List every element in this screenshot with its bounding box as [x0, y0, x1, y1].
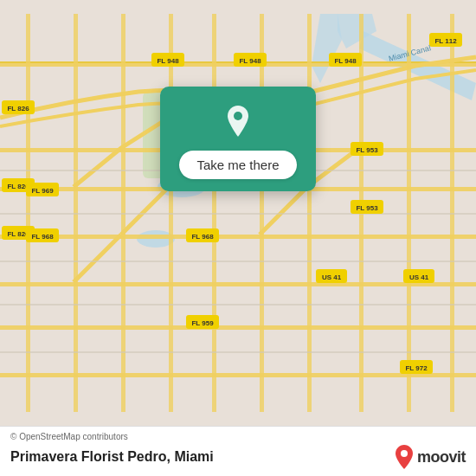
svg-text:FL 826: FL 826 — [7, 105, 29, 113]
svg-rect-11 — [0, 325, 476, 330]
app-container: FL 826 FL 826 FL 826 FL 948 FL 948 FL 94… — [0, 0, 476, 476]
location-pin-icon — [219, 102, 257, 140]
place-info-row: Primavera Florist Pedro, Miami moovit — [10, 445, 466, 469]
svg-rect-25 — [0, 261, 476, 262]
svg-text:FL 968: FL 968 — [191, 233, 214, 241]
svg-text:FL 948: FL 948 — [239, 57, 261, 65]
svg-rect-26 — [0, 304, 476, 306]
svg-text:FL 948: FL 948 — [157, 57, 179, 65]
svg-point-62 — [401, 450, 408, 457]
moovit-pin-icon — [395, 445, 414, 469]
svg-text:FL 112: FL 112 — [434, 37, 457, 45]
svg-text:FL 959: FL 959 — [191, 319, 214, 327]
svg-text:FL 953: FL 953 — [356, 204, 378, 212]
moovit-label: moovit — [417, 448, 466, 466]
map-background: FL 826 FL 826 FL 826 FL 948 FL 948 FL 94… — [0, 0, 476, 426]
svg-point-61 — [234, 112, 242, 120]
svg-text:FL 948: FL 948 — [334, 57, 357, 65]
svg-rect-24 — [0, 213, 476, 215]
svg-text:FL 953: FL 953 — [356, 146, 378, 154]
svg-rect-9 — [0, 235, 476, 239]
svg-text:US 41: US 41 — [322, 273, 342, 281]
moovit-logo: moovit — [395, 445, 466, 469]
svg-text:FL 972: FL 972 — [405, 364, 428, 372]
place-name: Primavera Florist Pedro, Miami — [10, 449, 214, 465]
bottom-info-bar: © OpenStreetMap contributors Primavera F… — [0, 426, 476, 476]
svg-text:FL 969: FL 969 — [31, 187, 54, 195]
svg-text:US 41: US 41 — [409, 273, 429, 281]
svg-text:FL 968: FL 968 — [31, 233, 54, 241]
destination-popup: Take me there — [160, 87, 316, 191]
svg-rect-27 — [0, 351, 476, 353]
take-me-there-button[interactable]: Take me there — [179, 151, 296, 179]
svg-rect-10 — [0, 282, 476, 286]
map-area: FL 826 FL 826 FL 826 FL 948 FL 948 FL 94… — [0, 0, 476, 426]
map-attribution: © OpenStreetMap contributors — [10, 432, 466, 441]
